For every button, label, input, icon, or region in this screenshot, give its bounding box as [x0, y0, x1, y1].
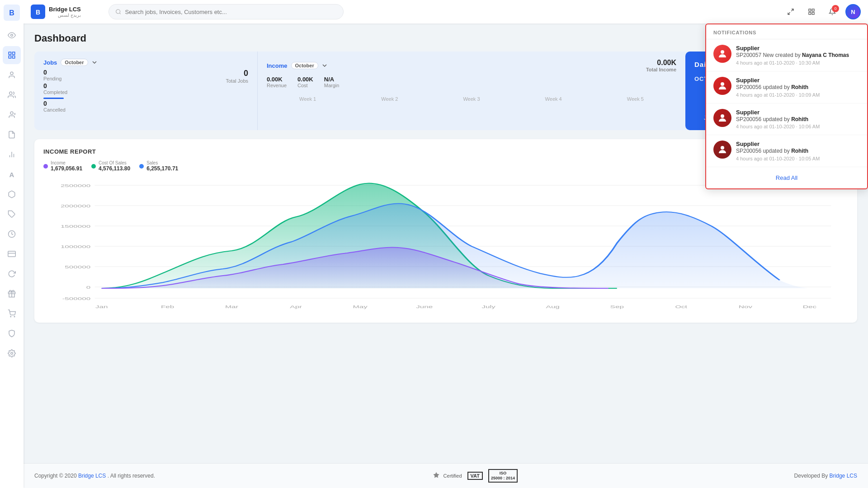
notif-time-4: 4 hours ago at 01-10-2020 · 10:05 AM: [736, 156, 860, 161]
svg-point-9: [10, 112, 13, 114]
svg-rect-31: [812, 9, 814, 11]
svg-point-22: [14, 316, 15, 317]
notif-type-2: Supplier: [736, 77, 860, 84]
svg-rect-3: [9, 52, 11, 54]
cart-icon[interactable]: [3, 305, 21, 323]
chart-icon[interactable]: [3, 145, 21, 164]
notif-desc-3: SP200056 updated by Rohith: [736, 116, 860, 123]
legend-sales-text: Sales 6,255,170.71: [146, 160, 178, 172]
notifications-footer: Read All: [706, 167, 867, 188]
contact-icon[interactable]: [3, 106, 21, 124]
svg-point-34: [721, 50, 724, 54]
svg-text:June: June: [416, 305, 433, 309]
dashboard-icon[interactable]: [3, 46, 21, 64]
people-icon[interactable]: [3, 86, 21, 104]
svg-point-8: [9, 92, 12, 94]
notif-avatar-3: [713, 109, 731, 127]
legend-sales: Sales 6,255,170.71: [139, 160, 178, 172]
notif-body-1: Supplier SP200057 New created by Nayana …: [736, 45, 860, 66]
footer-brand-link[interactable]: Bridge LCS: [78, 473, 106, 479]
legend-dot-cos: [91, 164, 96, 169]
shield-icon[interactable]: [3, 324, 21, 343]
svg-rect-6: [13, 56, 15, 58]
jobs-pending: 0 Pending: [43, 69, 67, 81]
svg-text:0: 0: [86, 285, 91, 290]
brand-text: Bridge LCS بريدج لسس: [49, 6, 81, 18]
notif-type-3: Supplier: [736, 109, 860, 116]
brand-logo-icon[interactable]: B: [4, 5, 20, 21]
notification-button[interactable]: 0: [825, 4, 840, 19]
certified-badge: Certified: [432, 471, 462, 480]
svg-text:B: B: [36, 9, 40, 16]
notif-body-3: Supplier SP200056 updated by Rohith 4 ho…: [736, 109, 860, 130]
notifications-popup: NOTIFICATIONS Supplier SP200057 New crea…: [705, 23, 868, 189]
notification-item-1[interactable]: Supplier SP200057 New created by Nayana …: [706, 39, 867, 71]
footer-right: Developed By Bridge LCS: [794, 473, 857, 479]
svg-line-29: [788, 12, 790, 14]
svg-text:July: July: [482, 305, 496, 309]
brand-logo: B: [31, 5, 45, 19]
card-icon[interactable]: [3, 245, 21, 263]
svg-point-23: [11, 352, 13, 355]
brand: B Bridge LCS بريدج لسس: [31, 5, 103, 19]
user-avatar[interactable]: N: [845, 4, 861, 19]
tag-icon[interactable]: [3, 205, 21, 223]
svg-text:Mar: Mar: [225, 305, 239, 309]
topbar: B Bridge LCS بريدج لسس 0 N: [24, 0, 868, 23]
week2-label: Week 2: [381, 96, 398, 102]
read-all-button[interactable]: Read All: [769, 173, 805, 183]
jobs-cancelled: 0 Cancelled: [43, 100, 67, 113]
text-icon[interactable]: A: [3, 165, 21, 183]
notif-avatar-2: [713, 77, 731, 95]
income-revenue: 0.00K Revenue: [267, 76, 287, 88]
income-total-val: 0.00K: [646, 59, 676, 67]
grid-button[interactable]: [804, 4, 819, 19]
package-icon[interactable]: [3, 185, 21, 203]
settings-icon[interactable]: [3, 344, 21, 362]
notif-avatar-4: [713, 141, 731, 159]
person-icon[interactable]: [3, 66, 21, 84]
jobs-card: Jobs October 0 Pending 0 Completed: [34, 52, 257, 130]
brand-name: Bridge LCS: [49, 6, 81, 13]
footer: Copyright © 2020 Bridge LCS . All rights…: [24, 463, 868, 488]
search-input[interactable]: [125, 9, 337, 15]
notification-item-3[interactable]: Supplier SP200056 updated by Rohith 4 ho…: [706, 103, 867, 136]
income-chart: 2500000 2000000 1500000 1000000 500000 0…: [43, 176, 848, 312]
notification-badge: 0: [832, 5, 839, 12]
clock-icon[interactable]: [3, 225, 21, 243]
iso-badge: ISO25000 : 2014: [488, 469, 518, 483]
jobs-month-selector[interactable]: October: [61, 59, 88, 66]
gift-icon[interactable]: [3, 285, 21, 303]
svg-point-35: [721, 82, 724, 86]
svg-text:Aug: Aug: [546, 305, 560, 309]
jobs-metrics: 0 Pending 0 Completed 0 Cancelled: [43, 69, 67, 113]
footer-developed-link[interactable]: Bridge LCS: [830, 473, 857, 479]
notif-type-4: Supplier: [736, 141, 860, 147]
expand-button[interactable]: [783, 4, 798, 19]
footer-copyright: Copyright © 2020 Bridge LCS . All rights…: [34, 473, 155, 479]
income-card-title: Income October 0.00K Total Income: [267, 59, 676, 72]
notification-item-4[interactable]: Supplier SP200056 updated by Rohith 4 ho…: [706, 135, 867, 167]
svg-text:Oct: Oct: [675, 305, 688, 309]
notif-time-2: 4 hours ago at 01-10-2020 · 10:09 AM: [736, 92, 860, 98]
notif-body-4: Supplier SP200056 updated by Rohith 4 ho…: [736, 141, 860, 161]
sync-icon[interactable]: [3, 265, 21, 283]
income-month-selector[interactable]: October: [291, 62, 318, 69]
legend-income: Income 1,679,056.91: [43, 160, 82, 172]
invoice-icon[interactable]: [3, 126, 21, 144]
notification-item-2[interactable]: Supplier SP200056 updated by Rohith 4 ho…: [706, 71, 867, 103]
income-cost: 0.00K Cost: [297, 76, 313, 88]
svg-rect-30: [809, 9, 811, 11]
footer-center: Certified VAT ISO25000 : 2014: [432, 469, 518, 483]
svg-text:2000000: 2000000: [61, 204, 91, 208]
week3-label: Week 3: [463, 96, 480, 102]
eye-icon[interactable]: [3, 26, 21, 44]
legend-dot-sales: [139, 164, 144, 169]
main-wrapper: B Bridge LCS بريدج لسس 0 N: [24, 0, 868, 488]
search-bar[interactable]: [108, 4, 344, 19]
week5-label: Week 5: [627, 96, 644, 102]
svg-point-26: [116, 9, 120, 14]
jobs-card-title: Jobs October: [43, 59, 248, 66]
svg-rect-17: [8, 251, 16, 257]
search-icon: [115, 9, 121, 15]
